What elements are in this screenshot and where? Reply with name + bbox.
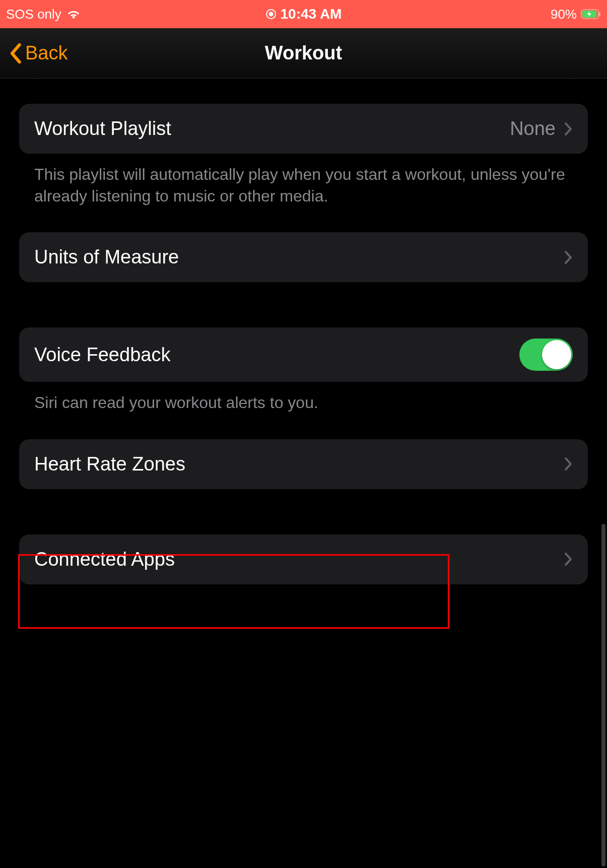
location-services-icon xyxy=(265,9,277,20)
battery-percent-label: 90% xyxy=(551,7,577,22)
content-area: Workout Playlist None This playlist will… xyxy=(0,79,607,584)
connected-apps-section: Connected Apps xyxy=(19,535,588,584)
page-title: Workout xyxy=(265,42,342,64)
workout-playlist-section: Workout Playlist None This playlist will… xyxy=(19,104,588,207)
voice-feedback-toggle[interactable] xyxy=(519,339,573,371)
svg-rect-3 xyxy=(599,12,600,16)
status-bar-left: SOS only xyxy=(6,7,81,22)
workout-playlist-footer: This playlist will automatically play wh… xyxy=(19,154,588,207)
wifi-icon xyxy=(66,9,81,20)
connected-apps-label: Connected Apps xyxy=(34,549,175,570)
voice-feedback-row: Voice Feedback xyxy=(19,327,588,382)
chevron-left-icon xyxy=(7,42,23,64)
time-label: 10:43 AM xyxy=(281,6,342,22)
workout-playlist-value: None xyxy=(510,118,556,140)
row-right-accessory: None xyxy=(510,118,573,140)
status-bar-center: 10:43 AM xyxy=(265,6,342,22)
units-of-measure-section: Units of Measure xyxy=(19,232,588,282)
status-bar-right: 90% xyxy=(551,7,601,22)
workout-playlist-row[interactable]: Workout Playlist None xyxy=(19,104,588,154)
workout-playlist-label: Workout Playlist xyxy=(34,118,171,140)
connected-apps-row[interactable]: Connected Apps xyxy=(19,535,588,584)
status-bar: SOS only 10:43 AM 90% xyxy=(0,0,607,28)
heart-rate-zones-label: Heart Rate Zones xyxy=(34,453,185,475)
back-label: Back xyxy=(25,42,68,64)
svg-point-1 xyxy=(269,13,273,16)
chevron-right-icon xyxy=(564,456,573,472)
units-of-measure-label: Units of Measure xyxy=(34,246,179,268)
row-right-accessory xyxy=(564,456,573,472)
navigation-bar: Back Workout xyxy=(0,28,607,79)
heart-rate-zones-row[interactable]: Heart Rate Zones xyxy=(19,439,588,489)
toggle-knob xyxy=(542,340,571,369)
chevron-right-icon xyxy=(564,250,573,265)
chevron-right-icon xyxy=(564,121,573,137)
voice-feedback-section: Voice Feedback Siri can read your workou… xyxy=(19,327,588,414)
scrollbar[interactable] xyxy=(601,524,605,866)
carrier-label: SOS only xyxy=(6,7,61,22)
back-button[interactable]: Back xyxy=(7,42,68,64)
voice-feedback-label: Voice Feedback xyxy=(34,344,170,366)
heart-rate-zones-section: Heart Rate Zones xyxy=(19,439,588,489)
units-of-measure-row[interactable]: Units of Measure xyxy=(19,232,588,282)
row-right-accessory xyxy=(564,552,573,567)
chevron-right-icon xyxy=(564,552,573,567)
voice-feedback-footer: Siri can read your workout alerts to you… xyxy=(19,382,588,414)
row-right-accessory xyxy=(564,250,573,265)
battery-charging-icon xyxy=(581,9,601,19)
